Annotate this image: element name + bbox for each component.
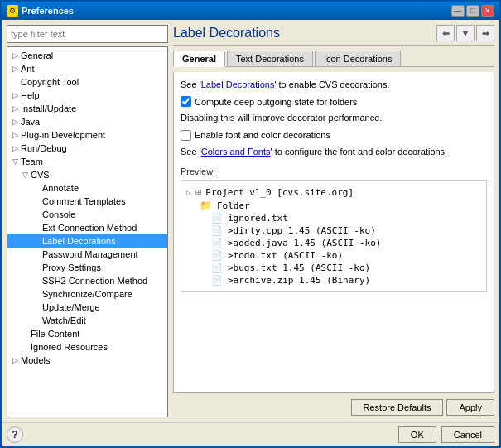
nav-dropdown-button[interactable]: ▼: [456, 25, 475, 41]
tree-item-label: Update/Merge: [42, 302, 100, 312]
font-color-checkbox[interactable]: [181, 130, 191, 141]
tree-item-label-decorations[interactable]: Label Decorations: [7, 234, 167, 248]
tree-item-java[interactable]: ▷ Java: [7, 115, 167, 128]
preview-added-text: >added.java 1.45 (ASCII -ko): [228, 238, 381, 248]
tree-item-label: Team: [21, 157, 43, 166]
tree-item-comment-templates[interactable]: Comment Templates: [7, 195, 167, 208]
tree-item-label: Java: [21, 117, 40, 127]
expander-icon: ▷: [9, 103, 21, 114]
doc-icon: 📄: [211, 225, 223, 236]
tree-item-label: Ignored Resources: [31, 342, 108, 352]
tree-item-help[interactable]: ▷ Help: [7, 89, 167, 102]
preview-archive-text: >archive.zip 1.45 (Binary): [228, 275, 370, 286]
checkbox-deep-outgoing: Compute deep outgoing state for folders: [181, 96, 487, 107]
filter-input[interactable]: [7, 25, 168, 43]
colors-fonts-link[interactable]: Colors and Fonts: [201, 147, 271, 157]
expander-icon: ▷: [9, 89, 21, 101]
tree-item-plugin[interactable]: ▷ Plug-in Development: [7, 128, 167, 142]
tabs-bar: General Text Decorations Icon Decoration…: [173, 51, 494, 67]
tree-item-ant[interactable]: ▷ Ant: [7, 62, 167, 75]
deep-outgoing-checkbox[interactable]: [181, 96, 191, 107]
preview-ignored-text: ignored.txt: [228, 213, 288, 224]
tree-item-ext-connection[interactable]: Ext Connection Method: [7, 221, 167, 234]
tree-item-label: CVS: [31, 170, 50, 180]
help-button[interactable]: ?: [7, 426, 23, 443]
nav-back-button[interactable]: ⬅: [436, 25, 455, 41]
bottom-bar: ? OK Cancel: [2, 422, 499, 446]
tree-item-file-content[interactable]: File Content: [7, 327, 167, 340]
tree-item-label: Models: [21, 355, 50, 365]
minimize-button[interactable]: —: [451, 5, 465, 17]
window-title: Preferences: [22, 6, 74, 16]
preview-bugs-text: >bugs.txt 1.45 (ASCII -ko): [228, 263, 370, 273]
tree-item-label: Plug-in Development: [21, 130, 105, 140]
project-icon: ⊞: [195, 186, 201, 198]
panel-header: Label Decorations ⬅ ▼ ➡: [173, 25, 494, 46]
tree-item-sync-compare[interactable]: Synchronize/Compare: [7, 287, 167, 301]
preview-label: Preview:: [181, 166, 487, 176]
title-buttons: — □ ✕: [451, 5, 494, 17]
expander-icon: [19, 341, 31, 353]
tree-item-label: Install/Update: [21, 104, 76, 113]
tree-item-install[interactable]: ▷ Install/Update: [7, 102, 167, 115]
nav-forward-button[interactable]: ➡: [476, 25, 494, 41]
tree-item-label: Synchronize/Compare: [42, 289, 132, 299]
tab-text-decorations[interactable]: Text Decorations: [227, 51, 313, 66]
tree-item-label: General: [21, 51, 53, 60]
tree-item-team[interactable]: ▽ Team: [7, 155, 167, 168]
tree-item-general[interactable]: ▷ General: [7, 49, 167, 62]
preview-row-bugs: 📄 >bugs.txt 1.45 (ASCII -ko): [186, 262, 481, 274]
tree-item-label: Ext Connection Method: [42, 223, 137, 233]
tree-item-ignored-resources[interactable]: Ignored Resources: [7, 340, 167, 354]
tree-item-label: Run/Debug: [21, 143, 67, 153]
apply-button[interactable]: Apply: [446, 399, 494, 416]
preview-row-todo: 📄 >todo.txt (ASCII -ko): [186, 249, 481, 262]
tree-item-ssh2[interactable]: SSH2 Connection Method: [7, 274, 167, 287]
expander-icon: [31, 315, 42, 326]
restore-defaults-button[interactable]: Restore Defaults: [351, 399, 444, 416]
doc-icon: 📄: [211, 213, 223, 224]
doc-icon: 📄: [211, 250, 223, 261]
tab-icon-decorations[interactable]: Icon Decorations: [315, 51, 402, 66]
right-panel: Label Decorations ⬅ ▼ ➡ General Text Dec…: [173, 25, 494, 417]
tree-item-label: Watch/Edit: [42, 316, 86, 325]
window-icon: ⚙: [7, 5, 18, 17]
nav-buttons: ⬅ ▼ ➡: [436, 25, 494, 41]
tree-item-cvs[interactable]: ▽ CVS: [7, 168, 167, 181]
tree-item-label: Console: [42, 210, 75, 219]
tree-item-proxy[interactable]: Proxy Settings: [7, 261, 167, 274]
tree-view: ▷ General ▷ Ant Copyright Tool ▷ Help: [7, 46, 168, 417]
expander-icon: [31, 182, 42, 194]
tree-item-password-mgmt[interactable]: Password Management: [7, 248, 167, 261]
preferences-window: ⚙ Preferences — □ ✕ ▷ General ▷ Ant: [0, 0, 501, 448]
tree-item-update-merge[interactable]: Update/Merge: [7, 301, 167, 314]
expander-icon: ▷: [9, 63, 21, 75]
project-expand-icon: ▷: [186, 188, 191, 197]
maximize-button[interactable]: □: [466, 5, 479, 17]
cancel-button[interactable]: Cancel: [441, 426, 494, 443]
expander-icon: [19, 328, 31, 340]
expander-icon: ▷: [9, 116, 21, 128]
checkbox-font-color: Enable font and color decorations: [181, 130, 487, 141]
left-panel: ▷ General ▷ Ant Copyright Tool ▷ Help: [7, 25, 168, 417]
tree-item-label: Ant: [21, 64, 35, 74]
expander-icon: [9, 76, 21, 88]
tree-item-console[interactable]: Console: [7, 208, 167, 221]
tree-item-copyright[interactable]: Copyright Tool: [7, 75, 167, 89]
bottom-left: ?: [7, 426, 23, 443]
label-decorations-link[interactable]: Label Decorations: [201, 79, 275, 89]
expander-icon: [31, 195, 42, 207]
panel-title: Label Decorations: [173, 26, 280, 41]
close-button[interactable]: ✕: [481, 5, 494, 17]
decorator-performance-info: Disabling this will improve decorator pe…: [181, 112, 487, 124]
tree-item-models[interactable]: ▷ Models: [7, 354, 167, 367]
tree-item-rundebug[interactable]: ▷ Run/Debug: [7, 142, 167, 155]
tab-general[interactable]: General: [173, 51, 225, 67]
label-decorations-info: See 'Label Decorations' to enable CVS de…: [181, 79, 487, 91]
tree-item-watch-edit[interactable]: Watch/Edit: [7, 314, 167, 327]
doc-icon: 📄: [211, 238, 223, 248]
tree-item-annotate[interactable]: Annotate: [7, 181, 167, 195]
ok-button[interactable]: OK: [398, 426, 436, 443]
expander-icon: [31, 262, 42, 273]
expander-icon: ▽: [9, 156, 21, 167]
